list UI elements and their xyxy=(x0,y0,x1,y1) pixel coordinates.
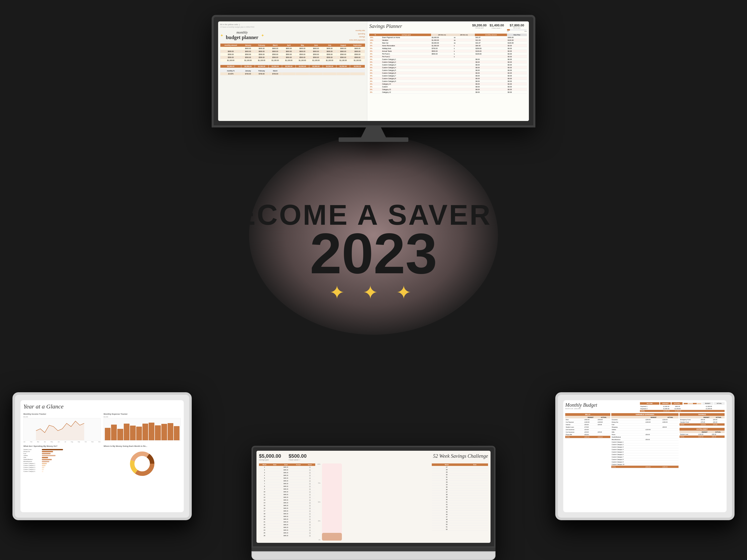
savings-row: 0%Category 12$6.00$0.00 xyxy=(369,91,527,94)
savings-row: 0%Pet Fund 2s$0.00 xyxy=(369,55,527,58)
week-header: $5,000.00 savings goal $500.00 I have sa… xyxy=(259,453,488,461)
savings-row: 0%Custom Category 1$6.00$0.00 xyxy=(369,58,527,61)
spending-list: Student Loan Dining Out Fuel xyxy=(23,449,101,472)
variable-column: VARIABLE EXPENSES BUDGETACTUAL Groceries… xyxy=(611,413,679,468)
monthly-header: Monthly Budget MONTH OF: JANUARY INCOME … xyxy=(565,402,725,412)
progress-bar-container xyxy=(322,463,342,540)
expense-title: Monthly Expense Tracker xyxy=(104,413,181,415)
monitor-stand xyxy=(361,128,386,137)
laptop-hinge xyxy=(252,548,495,551)
savings-row: 0%Pet Fund 1$500.00s$100.83$0.00 xyxy=(369,53,527,55)
fill-sub-note: n't have a monthly budget plan in MINUTE… xyxy=(220,26,365,28)
bg-glow xyxy=(249,136,498,335)
saved-label: I have saved ✓ xyxy=(289,459,307,461)
savings-row: 0%Custom$6.00$0.00 xyxy=(369,85,527,88)
savings-row: 0%Custom Category 3$6.00$0.00 xyxy=(369,63,527,66)
pct-labels: 100% 75% 50% 25% 0% xyxy=(317,463,320,540)
where-money-title: Where Is My Money Going Each Month in Re… xyxy=(104,445,181,447)
spending-section: What Am I Spending My Money On? Student … xyxy=(23,445,101,479)
savings-row: 0%Custom Category 9$6.00$0.00 xyxy=(369,80,527,83)
monthly-month: MONTH OF: JANUARY xyxy=(565,408,597,409)
extra-debt-table: BUDGETACTUAL Student Loan£100.00£30.00 T… xyxy=(679,431,725,438)
expense-tracker: Monthly Expense Tracker $4,000 xyxy=(104,413,181,443)
monthly-title: Monthly Budget xyxy=(565,402,597,408)
week-table-1: WeekDateGoalActualDone 1$48.15☐ 2$48.15☐… xyxy=(259,463,315,540)
bottom-laptop: $5,000.00 savings goal $500.00 I have sa… xyxy=(252,446,495,560)
bills-table: BUDGETACTUAL Rent£500.00£500.00 Car Paym… xyxy=(565,416,610,438)
savings-header-right: SAVINGS xyxy=(679,413,725,416)
week-table-2: WeekDate 27 28 29 30 31 32 33 34 xyxy=(432,463,488,540)
right-tablet: Monthly Budget MONTH OF: JANUARY INCOME … xyxy=(555,392,735,520)
savings-row: 0%Custom Category 2$6.00$0.00 xyxy=(369,61,527,63)
variable-table: BUDGETACTUAL Groceries£200.00£220.00 Din… xyxy=(611,416,679,468)
progress-bar-fill xyxy=(322,533,342,540)
monitor-base xyxy=(339,137,408,142)
budget-title-block: monthly budget planner xyxy=(226,31,258,40)
savings-goal-stat: $9,200.00 savings goal xyxy=(472,23,487,29)
savings-goal-amount: $5,000.00 xyxy=(259,453,281,459)
income-bar-chart xyxy=(683,402,702,405)
sidebar-labels: monthly bills spending savings extra deb… xyxy=(349,29,365,42)
week-challenge-sheet: $5,000.00 savings goal $500.00 I have sa… xyxy=(256,451,491,543)
income-line-chart xyxy=(24,418,100,440)
savings-row: 0%Custom Category 6$6.00$0.00 xyxy=(369,72,527,74)
saved-amount: $500.00 xyxy=(289,453,307,459)
savings-row: 30%Down Payment on Home$3,000.00ss$41.67… xyxy=(369,36,527,39)
income-tracker: Monthly Income Tracker $5,000 JanFebMarA… xyxy=(23,413,101,443)
savings-row: 0%Category 10$6.00$0.00 xyxy=(369,88,527,91)
top-monitor: fill in the yellow cells :) n't have a m… xyxy=(212,15,535,142)
savings-row: 0%Holiday fund$700.00s$200.83$0.00 xyxy=(369,47,527,50)
chase-saved-stat: $1,400.00 Chase saved ✓ xyxy=(490,23,504,29)
savings-debt-column: SAVINGS BUDGETACTUAL Emergency Fund£50.0… xyxy=(679,413,725,468)
savings-row: 0%New Car$3,000.00ss$41.67$100.00 xyxy=(369,42,527,44)
expense-chart-area xyxy=(104,418,181,441)
week-main-content: WeekDateGoalActualDone 1$48.15☐ 2$48.15☐… xyxy=(259,463,488,540)
savings-row: 0%Custom Category 8$6.00$0.00 xyxy=(369,77,527,80)
savings-goal-label: savings goal xyxy=(259,459,281,461)
savings-row: 0%Custom Category 7$6.00$0.00 xyxy=(369,74,527,77)
laptop-keyboard xyxy=(252,551,495,560)
savings-row: 10%Vacation$1,000.00ss$13.33$100.00 xyxy=(369,39,527,42)
savings-stats-row: $9,200.00 savings goal $1,400.00 Chase s… xyxy=(472,23,527,32)
savings-row: 0%Custom Category 5$6.00$0.00 xyxy=(369,69,527,72)
income-section: INCOME BUDGET ACTUAL BUDGET ACT xyxy=(640,402,725,412)
year-glance-title: Year at a Glance xyxy=(23,403,181,410)
budget-main-grid: BILLS BUDGETACTUAL Rent£500.00£500.00 Ca… xyxy=(565,413,725,468)
income-chart-area xyxy=(23,418,101,441)
extra-debt-header: EXTRA DEBT xyxy=(679,428,725,431)
variable-header: VARIABLE EXPENSES xyxy=(611,413,679,416)
where-money-section: Where Is My Money Going Each Month in Re… xyxy=(104,445,181,479)
bills-header: BILLS xyxy=(565,413,610,416)
savings-row: 0%Category 10$6.00$0.00 xyxy=(369,83,527,85)
savings-row: 0%Home Renovation$1,500.00s$64.50$0.00 xyxy=(369,44,527,47)
budget-planner-sheet: fill in the yellow cells :) n't have a m… xyxy=(218,21,367,121)
savings-header: Savings Planner $9,200.00 savings goal $… xyxy=(369,23,527,32)
charts-grid: Monthly Income Tracker $5,000 JanFebMarA… xyxy=(23,413,181,443)
progress-section: 100% 75% 50% 25% 0% xyxy=(317,463,430,540)
savings-table-right: BUDGETACTUAL Emergency Fund£50.00£25.00 … xyxy=(679,416,725,426)
savings-row: 0%Annual Taxes$500.00s$100.83$0.00 xyxy=(369,50,527,53)
savings-table: % savings goal (fill this in) (fill this… xyxy=(369,34,527,94)
bills-column: BILLS BUDGETACTUAL Rent£500.00£500.00 Ca… xyxy=(565,413,610,468)
star-decoration-right: ✦ xyxy=(261,33,264,38)
fill-note: fill in the yellow cells :) xyxy=(220,23,365,26)
savings-planner-sheet: Savings Planner $9,200.00 savings goal $… xyxy=(367,21,529,121)
savings-title: Savings Planner xyxy=(369,23,402,29)
star-decoration-left: ✦ xyxy=(220,33,223,38)
left-to-save-stat: $7,800.00 left to save 0%99% xyxy=(507,23,527,32)
year-glance-sheet: Year at a Glance Monthly Income Tracker … xyxy=(20,400,184,482)
savings-row: 0%Custom Category 4$6.00$0.00 xyxy=(369,66,527,69)
left-tablet: Year at a Glance Monthly Income Tracker … xyxy=(12,392,192,520)
budget-table: monthly amount January February March Ap… xyxy=(220,44,365,75)
donut-chart xyxy=(127,449,157,479)
budget-title-line2: budget planner xyxy=(226,34,258,40)
spending-title: What Am I Spending My Money On? xyxy=(23,445,101,447)
monthly-budget-sheet: Monthly Budget MONTH OF: JANUARY INCOME … xyxy=(563,400,727,470)
monthly-title-block: Monthly Budget MONTH OF: JANUARY xyxy=(565,402,597,409)
bottom-sections: What Am I Spending My Money On? Student … xyxy=(23,445,181,479)
challenge-title: 52 Week Savings Challenge xyxy=(433,453,488,459)
budget-title-line1: monthly xyxy=(226,31,258,34)
svg-point-4 xyxy=(135,457,149,471)
income-title: Monthly Income Tracker xyxy=(23,413,101,415)
